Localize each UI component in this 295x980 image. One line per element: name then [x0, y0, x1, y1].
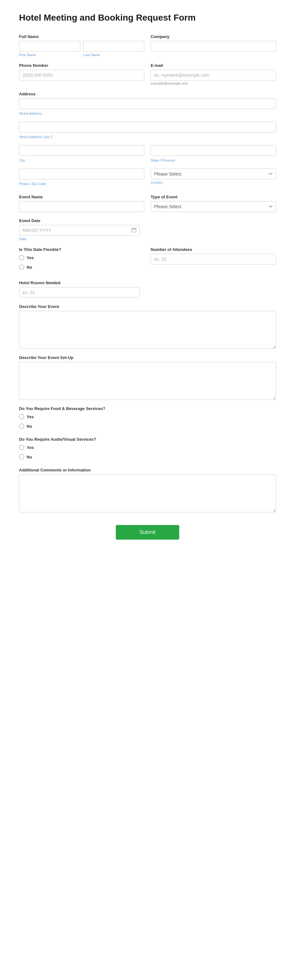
audio-no-option[interactable]: No: [19, 454, 276, 460]
describe-setup-label: Describe Your Event Set-Up: [19, 355, 276, 360]
additional-comments-label: Additional Comments or Information: [19, 468, 276, 473]
food-beverage-label: Do You Require Food & Beverage Services?: [19, 406, 276, 411]
state-sublabel: State / Province: [151, 158, 276, 162]
flexible-no-radio[interactable]: [19, 264, 24, 270]
audio-yes-option[interactable]: Yes: [19, 445, 276, 450]
audio-visual-label: Do You Require Audio/Visual Services?: [19, 437, 276, 442]
describe-event-label: Describe Your Event: [19, 304, 276, 309]
describe-setup-textarea[interactable]: [19, 362, 276, 400]
street-address-sublabel: Street Address: [19, 111, 276, 115]
event-date-input[interactable]: [19, 225, 140, 236]
last-name-input[interactable]: [83, 41, 145, 52]
email-label: E-mail: [151, 63, 276, 68]
food-no-radio[interactable]: [19, 424, 24, 429]
country-sublabel: Country: [151, 181, 276, 185]
first-name-input[interactable]: [19, 41, 80, 52]
flexible-yes-option[interactable]: Yes: [19, 255, 144, 260]
postal-sublabel: Postal / Zip Code: [19, 182, 144, 186]
email-input[interactable]: [151, 70, 276, 81]
last-name-sublabel: Last Name: [83, 53, 145, 57]
rooms-label: Hotel Rooms Needed: [19, 280, 140, 285]
company-label: Company: [151, 34, 276, 39]
city-input[interactable]: [19, 145, 144, 156]
submit-button[interactable]: Submit: [116, 525, 179, 539]
food-yes-radio[interactable]: [19, 414, 24, 419]
page-title: Hotel Meeting and Booking Request Form: [19, 13, 276, 23]
rooms-input[interactable]: [19, 287, 140, 298]
food-no-label: No: [27, 424, 32, 429]
flexible-yes-label: Yes: [27, 255, 33, 260]
email-hint: example@example.com: [151, 81, 276, 85]
event-name-label: Event Name: [19, 194, 144, 199]
flexible-no-option[interactable]: No: [19, 264, 144, 270]
address-label: Address: [19, 92, 276, 96]
flexible-yes-radio[interactable]: [19, 255, 24, 260]
flexible-label: Is This Date Flexible?: [19, 247, 144, 252]
phone-input[interactable]: [19, 70, 144, 81]
full-name-label: Full Name: [19, 34, 144, 39]
company-input[interactable]: [151, 41, 276, 52]
additional-comments-textarea[interactable]: [19, 474, 276, 512]
food-yes-label: Yes: [27, 414, 33, 419]
state-input[interactable]: [151, 145, 276, 156]
food-no-option[interactable]: No: [19, 424, 276, 429]
attendees-label: Number of Attendees: [151, 247, 276, 252]
phone-label: Phone Number: [19, 63, 144, 68]
street-address-2-sublabel: Street Address Line 2: [19, 135, 276, 139]
audio-no-label: No: [27, 455, 32, 460]
attendees-input[interactable]: [151, 254, 276, 264]
country-select[interactable]: Please Select United States Canada Unite…: [151, 169, 276, 179]
event-type-label: Type of Event: [151, 194, 276, 199]
street-address-input[interactable]: [19, 98, 276, 109]
event-type-select[interactable]: Please Select Meeting Conference Wedding…: [151, 201, 276, 212]
postal-input[interactable]: [19, 169, 144, 179]
audio-yes-radio[interactable]: [19, 445, 24, 450]
describe-event-textarea[interactable]: [19, 311, 276, 349]
date-sublabel: Date: [19, 237, 140, 241]
event-date-label: Event Date: [19, 218, 140, 223]
audio-no-radio[interactable]: [19, 454, 24, 460]
flexible-no-label: No: [27, 265, 32, 270]
event-name-input[interactable]: [19, 201, 144, 212]
first-name-sublabel: First Name: [19, 53, 80, 57]
city-sublabel: City: [19, 158, 144, 162]
audio-yes-label: Yes: [27, 445, 33, 450]
food-yes-option[interactable]: Yes: [19, 414, 276, 419]
street-address-2-input[interactable]: [19, 122, 276, 132]
